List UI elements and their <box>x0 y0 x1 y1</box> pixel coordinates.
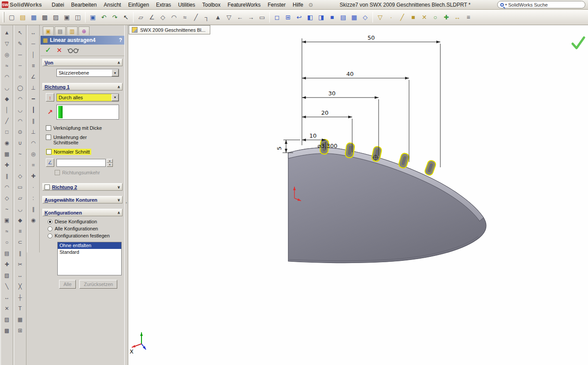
draft-button[interactable]: ∠ <box>46 158 54 167</box>
line[interactable]: ─ <box>15 49 26 60</box>
detailed-preview-icon[interactable] <box>67 47 79 53</box>
collapse-panel-icon[interactable]: ‹ <box>125 195 128 210</box>
shaded-with-edges[interactable]: ■ <box>327 12 338 23</box>
menu-item[interactable]: Einfügen <box>125 0 153 9</box>
sketch-fillet[interactable]: ◡ <box>15 204 26 214</box>
forming-tool[interactable]: ▲ <box>212 12 223 23</box>
perimeter-circle[interactable]: ◯ <box>15 83 26 93</box>
flatten[interactable]: ▭ <box>257 12 268 23</box>
dropdown-arrow-icon[interactable]: ▼ <box>112 94 119 101</box>
featuremanager-tab[interactable]: ▤ <box>55 26 66 35</box>
configurationmanager-tab[interactable]: ▥ <box>67 26 78 35</box>
this-configuration-radio[interactable] <box>48 219 52 224</box>
confirmation-check-icon[interactable] <box>573 38 584 48</box>
menu-item[interactable]: Fenster <box>264 0 289 9</box>
new-document[interactable]: ▢ <box>6 12 17 23</box>
hidden-lines-visible[interactable]: ▤ <box>338 12 349 23</box>
point[interactable]: · <box>15 160 26 170</box>
alle-button[interactable]: Alle <box>59 280 76 289</box>
split-entities[interactable]: ╳ <box>15 281 26 291</box>
delete-face[interactable]: ✕ <box>2 303 12 313</box>
richtung2-checkbox[interactable] <box>45 184 50 190</box>
vertical-dimension[interactable]: │ <box>28 49 39 60</box>
reverse-direction-button[interactable]: ↕ <box>46 93 54 102</box>
slot-contour[interactable] <box>345 143 355 158</box>
ellipse[interactable]: ⊙ <box>15 127 26 137</box>
section-richtung1-header[interactable]: Richtung 1 ∧ <box>42 83 123 90</box>
save[interactable]: ▦ <box>28 12 39 23</box>
document-tab[interactable]: SWX 2009 Geschnittenes Bl... <box>129 25 210 34</box>
ok-button[interactable]: ✓ <box>45 45 51 55</box>
open-document[interactable]: ▤ <box>17 12 28 23</box>
coincident-relation[interactable]: ∙ <box>28 182 39 192</box>
magnifier[interactable]: ○ <box>430 12 441 23</box>
specify-configurations-radio[interactable] <box>48 233 52 238</box>
menu-item[interactable]: Datei <box>48 0 67 9</box>
move-face[interactable]: ↔ <box>2 292 12 302</box>
miter-flange[interactable]: ◇ <box>157 12 168 23</box>
panel-splitter[interactable]: ‹ <box>124 25 128 365</box>
perspective[interactable]: ◇ <box>360 12 371 23</box>
configuration-list[interactable]: Ohne entfalten Standard <box>57 242 122 275</box>
parallel-relation[interactable]: ∥ <box>28 116 39 126</box>
zuruecksetzen-button[interactable]: Zurücksetzen <box>79 280 117 289</box>
fold[interactable]: → <box>246 12 257 23</box>
filter-faces[interactable]: ■ <box>408 12 419 23</box>
parallelogram[interactable]: ▱ <box>15 193 26 203</box>
zoom-area[interactable]: ⊞ <box>283 12 294 23</box>
make-drawing-from-part[interactable]: ▩ <box>39 12 50 23</box>
previous-view[interactable]: ↩ <box>294 12 305 23</box>
cut-extrude[interactable]: ▽ <box>2 38 12 49</box>
centerpoint-arc[interactable]: ◠ <box>15 94 26 104</box>
replace-face[interactable]: ▨ <box>2 314 12 324</box>
help-icon[interactable]: ? <box>119 37 122 43</box>
construction-geometry[interactable]: ┼ <box>15 292 26 302</box>
wrap[interactable]: ○ <box>2 237 12 247</box>
deform[interactable]: ~ <box>2 204 12 214</box>
chevron-up-icon[interactable]: ∧ <box>117 211 120 215</box>
link-thickness-checkbox[interactable] <box>46 125 51 131</box>
convert-entities[interactable]: ⊂ <box>15 237 26 247</box>
midpoint-relation[interactable]: : <box>28 193 39 203</box>
section-richtung2-header[interactable]: Richtung 2 ∨ <box>42 183 123 191</box>
spin-up-icon[interactable]: ▲ <box>107 159 113 163</box>
horizontal-dimension[interactable]: ─ <box>28 38 39 49</box>
start-condition-select[interactable]: Skizzierebene ▼ <box>56 69 119 77</box>
chevron-up-icon[interactable]: ∧ <box>117 85 120 89</box>
join[interactable]: ✚ <box>2 259 12 269</box>
chevron-down-icon[interactable]: ∨ <box>117 185 120 189</box>
options[interactable]: ≡ <box>463 12 474 23</box>
cancel-button[interactable]: ✕ <box>56 46 62 54</box>
shape[interactable]: ◇ <box>2 193 12 203</box>
menu-item[interactable]: Ansicht <box>100 0 124 9</box>
perpendicular-relation[interactable]: ⊥ <box>28 127 39 137</box>
dimxpertmanager-tab[interactable]: ⊕ <box>78 26 89 35</box>
section-view[interactable]: ◧ <box>305 12 316 23</box>
trim-entities[interactable]: ✂ <box>15 259 26 269</box>
polygon[interactable]: ◇ <box>15 171 26 181</box>
slot-contour[interactable] <box>398 153 409 169</box>
configuration-list-item[interactable]: Standard <box>58 249 121 256</box>
closed-corner[interactable]: ┐ <box>201 12 212 23</box>
loft[interactable]: ◠ <box>2 71 12 82</box>
baseline-dimension[interactable]: ≡ <box>28 60 39 71</box>
tangent-arc[interactable]: ◡ <box>15 105 26 115</box>
fix-relation[interactable]: ✚ <box>28 171 39 181</box>
menu-item[interactable]: Bearbeiten <box>67 0 100 9</box>
print[interactable]: ▣ <box>61 12 72 23</box>
dome[interactable]: ◠ <box>2 182 12 192</box>
mirror-feature[interactable]: ∥ <box>2 171 12 181</box>
edge-flange[interactable]: ∠ <box>146 12 157 23</box>
graphics-area[interactable]: SWX 2009 Geschnittenes Bl... <box>128 25 588 365</box>
equal-relation[interactable]: = <box>28 160 39 170</box>
vertical-relation[interactable]: ┃ <box>28 105 39 115</box>
sketch[interactable]: ✎ <box>15 38 26 49</box>
wireframe[interactable]: ▦ <box>349 12 360 23</box>
hole-wizard[interactable]: ◉ <box>2 138 12 148</box>
smart-dimension[interactable]: ↔ <box>28 27 39 38</box>
search-dropdown-icon[interactable]: ▾ <box>505 3 507 7</box>
dimension-30[interactable]: 30 <box>328 90 336 97</box>
grid[interactable]: ▦ <box>15 314 26 324</box>
add-relation[interactable]: ⊥ <box>28 83 39 93</box>
extend-entities[interactable]: ↔ <box>15 270 26 280</box>
